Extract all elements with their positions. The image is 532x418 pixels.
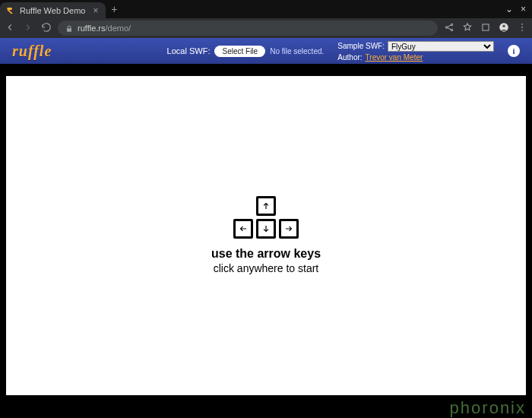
share-icon[interactable] <box>444 22 454 35</box>
svg-point-6 <box>521 23 523 24</box>
window-minimize-icon[interactable]: ⌄ <box>505 4 513 14</box>
ruffle-favicon-icon <box>6 6 15 15</box>
svg-point-7 <box>521 27 523 28</box>
url-text: ruffle.rs/demo/ <box>78 24 131 33</box>
nav-forward-icon[interactable] <box>23 22 33 35</box>
arrow-left-key-icon <box>233 219 253 239</box>
sample-swf-select[interactable]: FlyGuy <box>388 41 494 52</box>
svg-point-2 <box>451 29 452 30</box>
instruction-line1: use the arrow keys <box>211 246 321 262</box>
profile-icon[interactable] <box>499 22 509 35</box>
browser-tab[interactable]: Ruffle Web Demo × <box>0 2 106 18</box>
bookmark-star-icon[interactable] <box>462 22 473 35</box>
nav-back-icon[interactable] <box>5 22 15 35</box>
sample-swf-group: Sample SWF: FlyGuy Author: Trevor van Me… <box>337 41 494 62</box>
window-close-icon[interactable]: × <box>521 4 526 14</box>
ruffle-logo: ruffle <box>12 43 52 60</box>
svg-rect-3 <box>483 24 489 30</box>
instruction-line2: click anywhere to start <box>211 261 321 275</box>
select-file-button[interactable]: Select File <box>214 46 265 57</box>
svg-point-0 <box>445 26 447 27</box>
arrow-key-diagram <box>233 196 299 239</box>
browser-titlebar: Ruffle Web Demo × + ⌄ × <box>0 0 532 18</box>
sample-swf-label: Sample SWF: <box>337 42 385 50</box>
tab-title: Ruffle Web Demo <box>20 6 85 15</box>
letterbox-bottom <box>0 395 532 418</box>
letterbox-top <box>0 64 532 76</box>
menu-dots-icon[interactable] <box>517 22 527 35</box>
instruction-text: use the arrow keys click anywhere to sta… <box>211 246 321 276</box>
no-file-text: No file selected. <box>270 47 324 55</box>
flash-stage[interactable]: use the arrow keys click anywhere to sta… <box>6 76 526 395</box>
window-controls: ⌄ × <box>499 0 532 18</box>
nav-reload-icon[interactable] <box>41 22 52 35</box>
author-link[interactable]: Trevor van Meter <box>366 53 423 62</box>
tab-close-icon[interactable]: × <box>93 6 98 15</box>
local-swf-group: Local SWF: Select File No file selected. <box>167 46 325 57</box>
author-label: Author: <box>337 53 362 62</box>
arrow-right-key-icon <box>279 219 299 239</box>
local-swf-label: Local SWF: <box>167 46 211 55</box>
svg-point-1 <box>451 24 452 25</box>
url-bar[interactable]: ruffle.rs/demo/ <box>58 21 438 36</box>
svg-point-5 <box>502 24 505 27</box>
arrow-up-key-icon <box>256 196 276 216</box>
info-icon[interactable]: i <box>508 45 520 57</box>
ruffle-header: ruffle Local SWF: Select File No file se… <box>0 38 532 64</box>
browser-toolbar: ruffle.rs/demo/ <box>0 18 532 38</box>
arrow-down-key-icon <box>256 219 276 239</box>
lock-icon <box>65 24 73 32</box>
extensions-icon[interactable] <box>480 22 491 35</box>
new-tab-button[interactable]: + <box>106 0 122 18</box>
svg-point-8 <box>521 30 523 31</box>
